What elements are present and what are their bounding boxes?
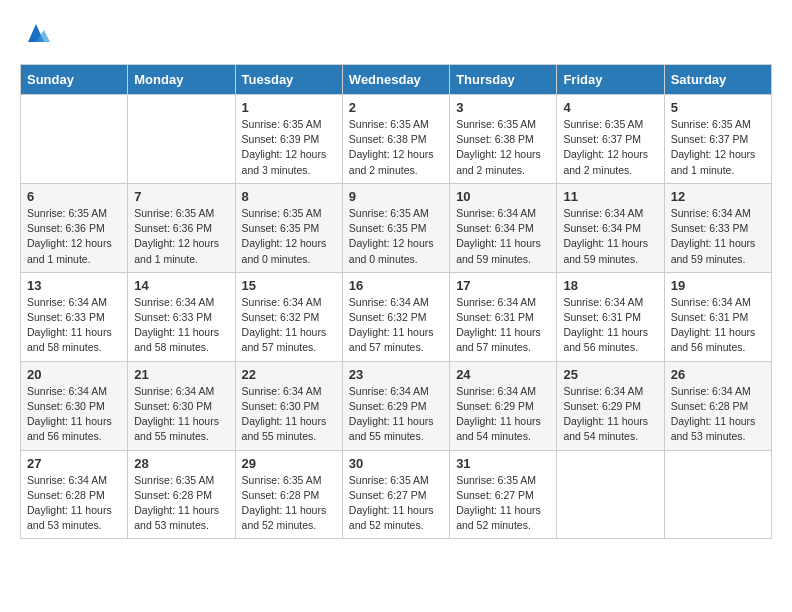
calendar-cell: 1Sunrise: 6:35 AM Sunset: 6:39 PM Daylig… <box>235 95 342 184</box>
calendar-cell: 16Sunrise: 6:34 AM Sunset: 6:32 PM Dayli… <box>342 272 449 361</box>
calendar-cell: 5Sunrise: 6:35 AM Sunset: 6:37 PM Daylig… <box>664 95 771 184</box>
day-number: 3 <box>456 100 550 115</box>
day-number: 29 <box>242 456 336 471</box>
cell-info: Sunrise: 6:34 AM Sunset: 6:29 PM Dayligh… <box>349 384 443 445</box>
calendar-cell: 13Sunrise: 6:34 AM Sunset: 6:33 PM Dayli… <box>21 272 128 361</box>
cell-info: Sunrise: 6:34 AM Sunset: 6:31 PM Dayligh… <box>456 295 550 356</box>
day-number: 27 <box>27 456 121 471</box>
cell-info: Sunrise: 6:35 AM Sunset: 6:39 PM Dayligh… <box>242 117 336 178</box>
calendar-cell <box>128 95 235 184</box>
day-number: 22 <box>242 367 336 382</box>
calendar-cell: 4Sunrise: 6:35 AM Sunset: 6:37 PM Daylig… <box>557 95 664 184</box>
cell-info: Sunrise: 6:35 AM Sunset: 6:36 PM Dayligh… <box>134 206 228 267</box>
calendar-cell: 31Sunrise: 6:35 AM Sunset: 6:27 PM Dayli… <box>450 450 557 539</box>
day-number: 23 <box>349 367 443 382</box>
calendar-cell: 6Sunrise: 6:35 AM Sunset: 6:36 PM Daylig… <box>21 183 128 272</box>
cell-info: Sunrise: 6:35 AM Sunset: 6:38 PM Dayligh… <box>349 117 443 178</box>
cell-info: Sunrise: 6:34 AM Sunset: 6:32 PM Dayligh… <box>349 295 443 356</box>
day-number: 17 <box>456 278 550 293</box>
cell-info: Sunrise: 6:35 AM Sunset: 6:28 PM Dayligh… <box>242 473 336 534</box>
cell-info: Sunrise: 6:34 AM Sunset: 6:31 PM Dayligh… <box>563 295 657 356</box>
day-number: 9 <box>349 189 443 204</box>
cell-info: Sunrise: 6:34 AM Sunset: 6:29 PM Dayligh… <box>563 384 657 445</box>
calendar-cell: 12Sunrise: 6:34 AM Sunset: 6:33 PM Dayli… <box>664 183 771 272</box>
day-number: 28 <box>134 456 228 471</box>
calendar-cell: 27Sunrise: 6:34 AM Sunset: 6:28 PM Dayli… <box>21 450 128 539</box>
cell-info: Sunrise: 6:34 AM Sunset: 6:28 PM Dayligh… <box>671 384 765 445</box>
calendar-cell: 20Sunrise: 6:34 AM Sunset: 6:30 PM Dayli… <box>21 361 128 450</box>
day-number: 10 <box>456 189 550 204</box>
calendar-cell: 28Sunrise: 6:35 AM Sunset: 6:28 PM Dayli… <box>128 450 235 539</box>
cell-info: Sunrise: 6:34 AM Sunset: 6:32 PM Dayligh… <box>242 295 336 356</box>
day-number: 24 <box>456 367 550 382</box>
col-header-monday: Monday <box>128 65 235 95</box>
cell-info: Sunrise: 6:35 AM Sunset: 6:37 PM Dayligh… <box>563 117 657 178</box>
cell-info: Sunrise: 6:34 AM Sunset: 6:33 PM Dayligh… <box>671 206 765 267</box>
day-number: 26 <box>671 367 765 382</box>
calendar-cell <box>664 450 771 539</box>
day-number: 7 <box>134 189 228 204</box>
col-header-wednesday: Wednesday <box>342 65 449 95</box>
calendar-table: SundayMondayTuesdayWednesdayThursdayFrid… <box>20 64 772 539</box>
calendar-cell: 17Sunrise: 6:34 AM Sunset: 6:31 PM Dayli… <box>450 272 557 361</box>
cell-info: Sunrise: 6:34 AM Sunset: 6:29 PM Dayligh… <box>456 384 550 445</box>
calendar-cell: 30Sunrise: 6:35 AM Sunset: 6:27 PM Dayli… <box>342 450 449 539</box>
calendar-cell: 7Sunrise: 6:35 AM Sunset: 6:36 PM Daylig… <box>128 183 235 272</box>
day-number: 13 <box>27 278 121 293</box>
calendar-cell: 19Sunrise: 6:34 AM Sunset: 6:31 PM Dayli… <box>664 272 771 361</box>
cell-info: Sunrise: 6:34 AM Sunset: 6:34 PM Dayligh… <box>563 206 657 267</box>
col-header-sunday: Sunday <box>21 65 128 95</box>
logo-icon <box>22 20 50 48</box>
calendar-cell: 26Sunrise: 6:34 AM Sunset: 6:28 PM Dayli… <box>664 361 771 450</box>
calendar-cell: 21Sunrise: 6:34 AM Sunset: 6:30 PM Dayli… <box>128 361 235 450</box>
day-number: 6 <box>27 189 121 204</box>
day-number: 20 <box>27 367 121 382</box>
day-number: 15 <box>242 278 336 293</box>
day-number: 19 <box>671 278 765 293</box>
calendar-cell: 10Sunrise: 6:34 AM Sunset: 6:34 PM Dayli… <box>450 183 557 272</box>
day-number: 4 <box>563 100 657 115</box>
cell-info: Sunrise: 6:34 AM Sunset: 6:33 PM Dayligh… <box>134 295 228 356</box>
calendar-cell: 2Sunrise: 6:35 AM Sunset: 6:38 PM Daylig… <box>342 95 449 184</box>
col-header-friday: Friday <box>557 65 664 95</box>
calendar-cell: 11Sunrise: 6:34 AM Sunset: 6:34 PM Dayli… <box>557 183 664 272</box>
calendar-cell <box>557 450 664 539</box>
cell-info: Sunrise: 6:35 AM Sunset: 6:38 PM Dayligh… <box>456 117 550 178</box>
cell-info: Sunrise: 6:34 AM Sunset: 6:30 PM Dayligh… <box>134 384 228 445</box>
cell-info: Sunrise: 6:34 AM Sunset: 6:30 PM Dayligh… <box>27 384 121 445</box>
day-number: 25 <box>563 367 657 382</box>
cell-info: Sunrise: 6:34 AM Sunset: 6:30 PM Dayligh… <box>242 384 336 445</box>
cell-info: Sunrise: 6:35 AM Sunset: 6:28 PM Dayligh… <box>134 473 228 534</box>
day-number: 30 <box>349 456 443 471</box>
cell-info: Sunrise: 6:34 AM Sunset: 6:33 PM Dayligh… <box>27 295 121 356</box>
calendar-cell: 25Sunrise: 6:34 AM Sunset: 6:29 PM Dayli… <box>557 361 664 450</box>
cell-info: Sunrise: 6:34 AM Sunset: 6:31 PM Dayligh… <box>671 295 765 356</box>
cell-info: Sunrise: 6:35 AM Sunset: 6:37 PM Dayligh… <box>671 117 765 178</box>
day-number: 12 <box>671 189 765 204</box>
day-number: 31 <box>456 456 550 471</box>
calendar-cell: 22Sunrise: 6:34 AM Sunset: 6:30 PM Dayli… <box>235 361 342 450</box>
day-number: 5 <box>671 100 765 115</box>
cell-info: Sunrise: 6:35 AM Sunset: 6:35 PM Dayligh… <box>349 206 443 267</box>
day-number: 1 <box>242 100 336 115</box>
cell-info: Sunrise: 6:34 AM Sunset: 6:28 PM Dayligh… <box>27 473 121 534</box>
day-number: 21 <box>134 367 228 382</box>
col-header-tuesday: Tuesday <box>235 65 342 95</box>
calendar-cell: 8Sunrise: 6:35 AM Sunset: 6:35 PM Daylig… <box>235 183 342 272</box>
calendar-cell: 29Sunrise: 6:35 AM Sunset: 6:28 PM Dayli… <box>235 450 342 539</box>
col-header-saturday: Saturday <box>664 65 771 95</box>
day-number: 16 <box>349 278 443 293</box>
calendar-cell: 24Sunrise: 6:34 AM Sunset: 6:29 PM Dayli… <box>450 361 557 450</box>
cell-info: Sunrise: 6:35 AM Sunset: 6:36 PM Dayligh… <box>27 206 121 267</box>
day-number: 18 <box>563 278 657 293</box>
logo <box>20 20 50 48</box>
calendar-cell: 15Sunrise: 6:34 AM Sunset: 6:32 PM Dayli… <box>235 272 342 361</box>
col-header-thursday: Thursday <box>450 65 557 95</box>
day-number: 2 <box>349 100 443 115</box>
day-number: 11 <box>563 189 657 204</box>
cell-info: Sunrise: 6:34 AM Sunset: 6:34 PM Dayligh… <box>456 206 550 267</box>
calendar-cell: 23Sunrise: 6:34 AM Sunset: 6:29 PM Dayli… <box>342 361 449 450</box>
cell-info: Sunrise: 6:35 AM Sunset: 6:27 PM Dayligh… <box>456 473 550 534</box>
cell-info: Sunrise: 6:35 AM Sunset: 6:27 PM Dayligh… <box>349 473 443 534</box>
calendar-cell: 3Sunrise: 6:35 AM Sunset: 6:38 PM Daylig… <box>450 95 557 184</box>
